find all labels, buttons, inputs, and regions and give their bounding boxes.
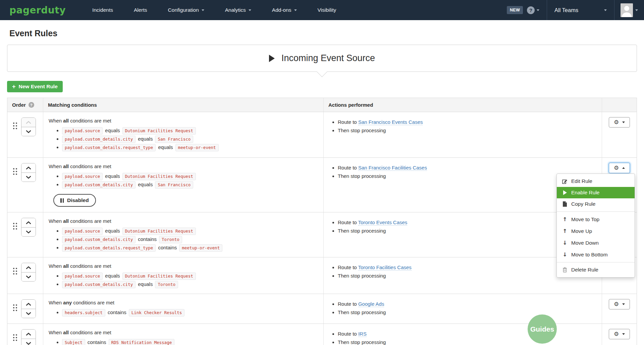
- arrow-down-icon: ↓: [562, 240, 568, 246]
- menu-item-move-to-bottom[interactable]: ↓ Move to Bottom: [557, 249, 635, 260]
- move-down-button[interactable]: [21, 172, 36, 182]
- matching-conditions-cell: When all conditions are met payload.sour…: [43, 212, 323, 257]
- menu-item-copy-rule[interactable]: Copy Rule: [557, 198, 635, 210]
- condition-value: RDS Notification Message: [109, 339, 175, 345]
- copy-icon: [562, 201, 568, 207]
- help-menu[interactable]: ?: [527, 6, 539, 14]
- nav-item-analytics[interactable]: Analytics: [215, 0, 262, 20]
- match-summary: When all conditions are met: [49, 218, 318, 224]
- route-target-link[interactable]: Toronto Facilities Cases: [358, 264, 412, 270]
- pagerduty-logo[interactable]: pagerduty: [9, 5, 66, 16]
- move-down-button[interactable]: [21, 309, 36, 318]
- move-down-button[interactable]: [21, 339, 36, 345]
- nav-item-incidents[interactable]: Incidents: [82, 0, 123, 20]
- match-summary: When all conditions are met: [49, 118, 318, 124]
- route-action: Route to Google Ads: [338, 301, 596, 307]
- route-action: Route to San Francisco Events Cases: [338, 119, 596, 125]
- stop-action: Then stop processing: [338, 339, 596, 345]
- new-event-rule-button[interactable]: + New Event Rule: [7, 81, 63, 92]
- condition-value: Dutonium Facilities Request: [122, 273, 196, 280]
- move-up-button[interactable]: [21, 218, 36, 227]
- nav-item-configuration[interactable]: Configuration: [158, 0, 215, 20]
- move-up-button[interactable]: [21, 330, 36, 339]
- move-up-button[interactable]: [21, 300, 36, 309]
- condition: SubjectcontainsRDS Notification Message: [62, 339, 318, 345]
- play-icon: [562, 190, 568, 195]
- condition-value: Toronto: [159, 236, 182, 243]
- menu-item-delete-rule[interactable]: Delete Rule: [557, 264, 635, 276]
- order-cell: [7, 294, 43, 324]
- help-icon[interactable]: ?: [29, 102, 34, 108]
- condition-key: payload.source: [62, 127, 103, 135]
- menu-item-move-up[interactable]: ↑ Move Up: [557, 225, 635, 237]
- route-target-link[interactable]: Google Ads: [358, 301, 384, 307]
- drag-handle-icon[interactable]: [13, 223, 17, 230]
- chevron-down-icon: [249, 9, 251, 11]
- rule-settings-button[interactable]: ⚙: [609, 329, 630, 339]
- move-up-button[interactable]: [21, 163, 36, 172]
- rule-settings-button-open[interactable]: ⚙: [609, 163, 630, 173]
- condition-value: Toronto: [155, 281, 178, 288]
- route-target-link[interactable]: Toronto Events Cases: [358, 219, 408, 226]
- arrow-up-icon: ↑: [562, 216, 568, 223]
- route-target-link[interactable]: San Francisco Facilities Cases: [358, 165, 427, 171]
- match-summary: When all conditions are met: [49, 263, 318, 269]
- reorder-buttons: [21, 329, 36, 345]
- route-target-link[interactable]: San Francisco Events Cases: [358, 119, 423, 125]
- condition-key: payload.custom_details.city: [62, 136, 136, 143]
- page-title: Event Rules: [9, 29, 635, 38]
- route-target-link[interactable]: IRS: [358, 331, 367, 337]
- user-menu[interactable]: [614, 3, 644, 17]
- move-down-button[interactable]: [21, 272, 36, 281]
- disabled-status-badge: Disabled: [53, 194, 96, 207]
- condition: payload.sourceequalsDutonium Facilities …: [62, 228, 318, 234]
- rule-settings-cell: ⚙: [602, 294, 637, 324]
- menu-item-enable-rule[interactable]: Enable Rule: [557, 187, 635, 198]
- menu-item-move-to-top[interactable]: ↑ Move to Top: [557, 213, 635, 225]
- move-up-button[interactable]: [21, 263, 36, 272]
- incoming-event-source-panel[interactable]: Incoming Event Source: [7, 45, 637, 72]
- matching-conditions-cell: When all conditions are met payload.sour…: [43, 257, 323, 294]
- move-down-button[interactable]: [21, 127, 36, 136]
- rule-actions-menu: Edit Rule Enable Rule Copy Rule ↑ Move t…: [556, 174, 635, 278]
- reorder-buttons: [21, 299, 36, 318]
- nav-item-alerts[interactable]: Alerts: [123, 0, 158, 20]
- arrow-down-icon: ↓: [562, 251, 568, 258]
- rule-row-2: When all conditions are met payload.sour…: [7, 158, 637, 212]
- rule-settings-button[interactable]: ⚙: [609, 117, 630, 128]
- chevron-down-icon: [604, 9, 607, 11]
- guides-button[interactable]: Guides: [528, 314, 557, 344]
- incoming-event-source-header: Incoming Event Source: [269, 53, 375, 63]
- nav-item-add-ons[interactable]: Add-ons: [262, 0, 307, 20]
- stop-action: Then stop processing: [338, 309, 596, 315]
- match-summary: When all conditions are met: [49, 330, 318, 335]
- rule-settings-cell: ⚙: [602, 112, 637, 157]
- reorder-buttons: [21, 218, 36, 237]
- rule-settings-button[interactable]: ⚙: [609, 299, 630, 309]
- drag-handle-icon[interactable]: [13, 334, 17, 341]
- drag-handle-icon[interactable]: [13, 168, 17, 175]
- actions-performed-cell: Route to Google Ads Then stop processing: [323, 294, 602, 324]
- match-summary: When all conditions are met: [49, 163, 318, 169]
- gear-icon: ⚙: [614, 331, 619, 337]
- gear-icon: ⚙: [614, 119, 619, 125]
- drag-handle-icon[interactable]: [13, 304, 17, 311]
- drag-handle-icon[interactable]: [13, 268, 17, 275]
- drag-handle-icon[interactable]: [13, 122, 17, 129]
- reorder-buttons: [21, 117, 36, 136]
- condition-key: payload.custom_details.request_type: [62, 144, 156, 151]
- move-down-button[interactable]: [21, 227, 36, 236]
- menu-item-edit-rule[interactable]: Edit Rule: [557, 176, 635, 187]
- condition: payload.custom_details.request_typeconta…: [62, 245, 318, 250]
- menu-item-move-down[interactable]: ↓ Move Down: [557, 237, 635, 249]
- condition-key: payload.source: [62, 173, 103, 180]
- route-action: Route to IRS: [338, 331, 596, 337]
- condition: headers.subjectcontainsLink Checker Resu…: [62, 309, 318, 315]
- condition-key: payload.custom_details.city: [62, 281, 136, 288]
- team-selector[interactable]: All Teams: [547, 0, 614, 20]
- move-up-button[interactable]: [21, 118, 36, 127]
- menu-divider: [557, 262, 635, 262]
- condition: payload.sourceequalsDutonium Facilities …: [62, 128, 318, 133]
- nav-item-visibility[interactable]: Visibility: [307, 0, 347, 20]
- actions-performed-cell: Route to IRS Then stop processing: [323, 324, 602, 345]
